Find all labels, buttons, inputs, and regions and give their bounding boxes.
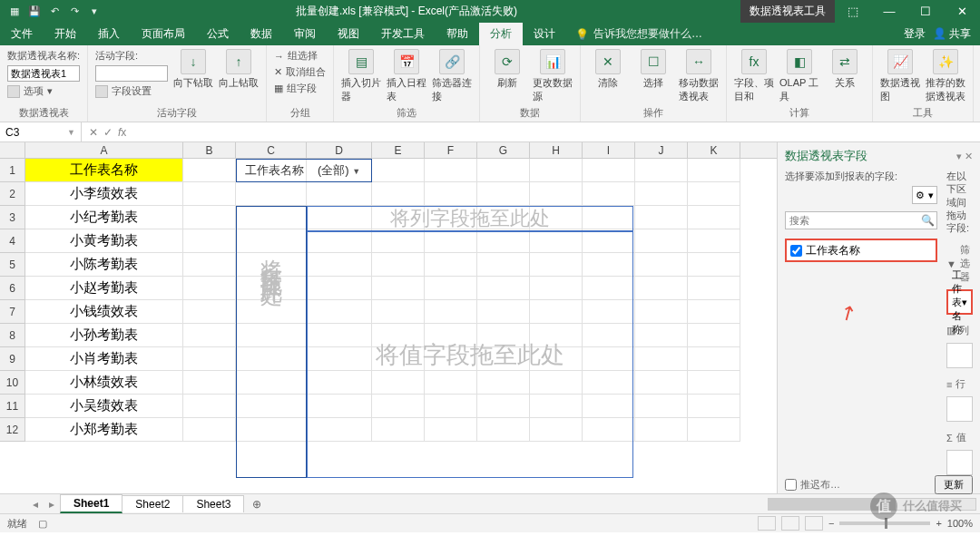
tell-me[interactable]: 💡告诉我您想要做什么… xyxy=(566,23,711,45)
cell[interactable]: 小陈考勤表 xyxy=(25,253,183,277)
drill-up-button[interactable]: ↑向上钻取 xyxy=(219,49,259,90)
cell[interactable] xyxy=(183,347,236,371)
tab-view[interactable]: 视图 xyxy=(327,23,370,45)
macro-rec-icon[interactable]: ▢ xyxy=(38,518,47,530)
sheet-nav-next[interactable]: ▸ xyxy=(44,498,60,511)
pivot-filter-label[interactable]: 工作表名称 xyxy=(240,161,309,180)
area-cols-box[interactable] xyxy=(946,343,973,368)
cell[interactable] xyxy=(635,347,688,371)
tab-review[interactable]: 审阅 xyxy=(283,23,327,45)
cell[interactable] xyxy=(688,277,740,300)
cell[interactable] xyxy=(236,277,307,300)
row-head[interactable]: 4 xyxy=(0,229,25,253)
cell[interactable]: 小吴绩效表 xyxy=(25,395,183,418)
cell[interactable] xyxy=(183,418,236,442)
undo-icon[interactable]: ↶ xyxy=(47,5,62,19)
close-icon[interactable]: ✕ xyxy=(944,0,980,23)
row-head[interactable]: 3 xyxy=(0,206,25,229)
clear-button[interactable]: ✕清除 xyxy=(588,49,628,90)
pivot-col-drop[interactable]: 将列字段拖至此处 xyxy=(307,206,633,231)
tab-insert[interactable]: 插入 xyxy=(87,23,131,45)
recommend-button[interactable]: ✨推荐的数据透视表 xyxy=(926,49,965,103)
view-layout-icon[interactable] xyxy=(781,516,799,531)
cell[interactable] xyxy=(236,371,307,395)
pt-name-input[interactable] xyxy=(7,65,80,82)
col-head[interactable]: B xyxy=(183,142,236,158)
tab-layout[interactable]: 页面布局 xyxy=(131,23,196,45)
cell[interactable] xyxy=(583,159,635,182)
cell[interactable] xyxy=(688,347,740,371)
cell[interactable] xyxy=(183,395,236,418)
relations-button[interactable]: ⇄关系 xyxy=(825,49,865,90)
select-button[interactable]: ☐选择 xyxy=(633,49,673,90)
ribbon-options-icon[interactable]: ⬚ xyxy=(835,0,871,23)
cell[interactable] xyxy=(688,206,740,229)
cell[interactable]: 小赵考勤表 xyxy=(25,277,183,300)
cell[interactable] xyxy=(183,300,236,324)
cell[interactable]: 小李绩效表 xyxy=(25,182,183,206)
col-head[interactable]: A xyxy=(25,142,183,158)
cell[interactable]: 小黄考勤表 xyxy=(25,229,183,253)
cell[interactable] xyxy=(635,253,688,277)
field-settings-button[interactable]: 字段设置 xyxy=(95,84,168,98)
tab-help[interactable]: 帮助 xyxy=(436,23,479,45)
cell[interactable] xyxy=(236,324,307,347)
change-src-button[interactable]: 📊更改数据源 xyxy=(533,49,573,103)
cell[interactable] xyxy=(688,229,740,253)
cell[interactable] xyxy=(530,182,583,206)
cell[interactable] xyxy=(477,182,530,206)
cell[interactable] xyxy=(688,253,740,277)
view-normal-icon[interactable] xyxy=(758,516,776,531)
filter-conn-button[interactable]: 🔗筛选器连接 xyxy=(432,49,472,103)
name-box[interactable]: C3▼ xyxy=(0,122,82,141)
cell[interactable] xyxy=(183,253,236,277)
cell[interactable] xyxy=(635,395,688,418)
row-head[interactable]: 7 xyxy=(0,300,25,324)
group-sel-button[interactable]: → 组选择 xyxy=(274,49,326,63)
cell[interactable] xyxy=(688,324,740,347)
active-field-input[interactable] xyxy=(95,65,168,82)
tab-analyze[interactable]: 分析 xyxy=(479,23,523,45)
cell[interactable] xyxy=(183,371,236,395)
cell[interactable] xyxy=(425,159,477,182)
tab-data[interactable]: 数据 xyxy=(240,23,283,45)
cell[interactable] xyxy=(530,159,583,182)
cell[interactable] xyxy=(635,371,688,395)
cell[interactable] xyxy=(372,159,425,182)
cell[interactable] xyxy=(688,418,740,442)
cell[interactable] xyxy=(635,182,688,206)
row-head[interactable]: 8 xyxy=(0,324,25,347)
cell[interactable] xyxy=(183,324,236,347)
area-vals-box[interactable] xyxy=(946,450,973,475)
zoom-out-icon[interactable]: − xyxy=(828,518,834,529)
cell[interactable]: 小郑考勤表 xyxy=(25,418,183,442)
pane-close-icon[interactable]: ✕ xyxy=(965,151,973,161)
cell[interactable]: 小纪考勤表 xyxy=(25,206,183,229)
view-break-icon[interactable] xyxy=(805,516,823,531)
select-all-corner[interactable] xyxy=(0,142,25,158)
cell[interactable] xyxy=(635,159,688,182)
move-button[interactable]: ↔移动数据透视表 xyxy=(679,49,719,103)
minimize-icon[interactable]: ― xyxy=(871,0,907,23)
row-head[interactable]: 11 xyxy=(0,395,25,418)
maximize-icon[interactable]: ☐ xyxy=(907,0,944,23)
row-head[interactable]: 6 xyxy=(0,277,25,300)
field-checkbox[interactable] xyxy=(790,245,802,257)
cell[interactable] xyxy=(688,182,740,206)
chevron-down-icon[interactable]: ▼ xyxy=(67,128,75,137)
sheet-nav-prev[interactable]: ◂ xyxy=(27,498,44,511)
cell[interactable] xyxy=(425,182,477,206)
cell[interactable] xyxy=(635,277,688,300)
pivot-filter-value[interactable]: (全部) ▼ xyxy=(313,161,365,180)
pivot-row-drop[interactable]: 将行字段拖至此处 xyxy=(257,242,286,271)
col-head[interactable]: D xyxy=(307,142,372,158)
cell[interactable] xyxy=(635,324,688,347)
col-head[interactable]: I xyxy=(583,142,635,158)
ungroup-button[interactable]: ✕ 取消组合 xyxy=(274,65,326,79)
group-field-button[interactable]: ▦ 组字段 xyxy=(274,82,326,95)
cell[interactable] xyxy=(688,159,740,182)
cell[interactable] xyxy=(236,182,307,206)
pivot-val-drop[interactable]: 将值字段拖至此处 xyxy=(307,231,633,478)
row-head[interactable]: 10 xyxy=(0,371,25,395)
col-head[interactable]: F xyxy=(425,142,477,158)
